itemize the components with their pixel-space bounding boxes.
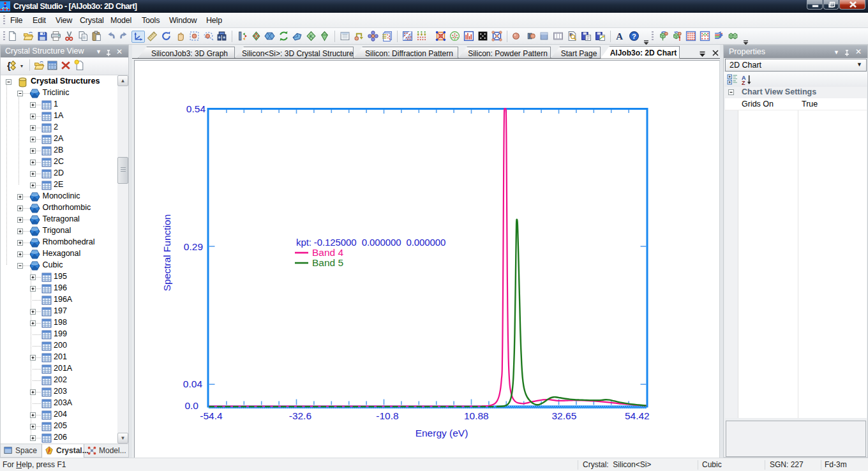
svg-text:{: { xyxy=(7,61,11,71)
svg-text:-10.8: -10.8 xyxy=(376,410,398,421)
svg-text:Z: Z xyxy=(742,80,745,85)
svg-text:-54.4: -54.4 xyxy=(200,410,223,421)
svg-text:kpt: -0.125000 0.000000 0.00: kpt: -0.125000 0.000000 0.000000 xyxy=(296,237,445,248)
svg-text:0.29: 0.29 xyxy=(184,241,203,252)
svg-text:-32.6: -32.6 xyxy=(289,410,311,421)
svg-text:?: ? xyxy=(632,33,636,40)
svg-text:Energy (eV): Energy (eV) xyxy=(415,428,468,438)
svg-text:54.42: 54.42 xyxy=(625,410,650,421)
svg-text:A: A xyxy=(616,31,623,41)
svg-text:0.54: 0.54 xyxy=(186,103,206,114)
svg-text:0.04: 0.04 xyxy=(183,378,203,389)
svg-text:Spectral Function: Spectral Function xyxy=(161,214,172,292)
svg-text:10.88: 10.88 xyxy=(464,410,489,421)
svg-text:K: K xyxy=(309,33,313,40)
svg-text:Band 4: Band 4 xyxy=(312,247,344,258)
svg-text:0.0: 0.0 xyxy=(184,400,198,411)
svg-text:Band 5: Band 5 xyxy=(312,257,343,268)
svg-text:32.65: 32.65 xyxy=(552,410,577,421)
